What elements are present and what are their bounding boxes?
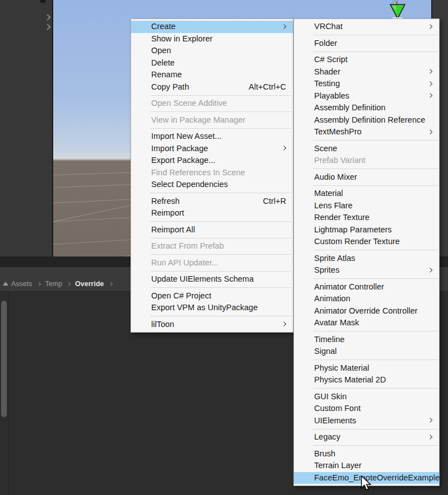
menu-item-label: C# Script (314, 55, 348, 64)
menu-item-label: Reimport All (151, 225, 195, 234)
breadcrumb-item-assets[interactable]: Assets (11, 280, 32, 288)
menu-item-label: Lightmap Parameters (314, 225, 392, 234)
menu-item-lightmap-parameters[interactable]: Lightmap Parameters (294, 224, 439, 236)
chevron-right-icon (282, 24, 286, 29)
chevron-right-icon (428, 268, 432, 272)
menu-item-textmeshpro[interactable]: TextMeshPro (294, 126, 439, 138)
menu-separator (313, 35, 438, 35)
menu-item-find-references-in-scene: Find References In Scene (131, 167, 293, 179)
menu-item-legacy[interactable]: Legacy (294, 431, 439, 443)
menu-separator (150, 95, 292, 96)
menu-item-sprites[interactable]: Sprites (294, 264, 439, 277)
menu-item-reimport[interactable]: Reimport (131, 207, 293, 220)
menu-item-label: Export VPM as UnityPackage (151, 303, 258, 312)
breadcrumb: AssetsTempOverride (11, 278, 112, 290)
menu-item-animator-override-controller[interactable]: Animator Override Controller (294, 305, 439, 317)
menu-item-timeline[interactable]: Timeline (294, 334, 439, 346)
foldout-chevron-icon[interactable] (44, 24, 50, 30)
menu-item-label: Import Package (151, 144, 208, 153)
menu-item-label: UIElements (314, 416, 356, 425)
menu-item-testing[interactable]: Testing (294, 78, 439, 90)
menu-item-c-script[interactable]: C# Script (294, 54, 439, 66)
menu-item-import-package[interactable]: Import Package (131, 143, 293, 155)
menu-item-label: Signal (314, 347, 337, 356)
menu-item-material[interactable]: Material (294, 188, 439, 200)
menu-item-custom-font[interactable]: Custom Font (294, 403, 439, 415)
menu-item-label: Prefab Variant (314, 156, 366, 165)
menu-item-label: Select Dependencies (151, 180, 228, 189)
menu-item-animator-controller[interactable]: Animator Controller (294, 281, 439, 293)
menu-item-open-c-project[interactable]: Open C# Project (131, 290, 293, 302)
menu-item-animation[interactable]: Animation (294, 293, 439, 305)
menu-separator (150, 238, 292, 239)
menu-item-label: Sprite Atlas (314, 254, 355, 263)
menu-item-label: Legacy (314, 432, 340, 441)
breadcrumb-item-override[interactable]: Override (75, 280, 104, 288)
menu-item-delete[interactable]: Delete (131, 57, 293, 69)
menu-item-export-vpm-as-unitypackage[interactable]: Export VPM as UnityPackage (131, 302, 293, 314)
chevron-right-icon (282, 322, 286, 326)
menu-item-playables[interactable]: Playables (294, 90, 439, 102)
menu-item-export-package[interactable]: Export Package... (131, 155, 293, 167)
context-menu: CreateShow in ExplorerOpenDeleteRenameCo… (130, 18, 293, 333)
menu-item-audio-mixer[interactable]: Audio Mixer (294, 171, 439, 184)
chevron-right-icon (428, 69, 432, 74)
menu-item-select-dependencies[interactable]: Select Dependencies (131, 179, 293, 191)
menu-item-label: Timeline (314, 335, 344, 344)
menu-item-refresh[interactable]: RefreshCtrl+R (131, 195, 293, 208)
menu-item-gui-skin[interactable]: GUI Skin (294, 391, 439, 403)
menu-item-shader[interactable]: Shader (294, 66, 439, 78)
menu-item-folder[interactable]: Folder (294, 38, 439, 50)
menu-item-open[interactable]: Open (131, 45, 293, 57)
menu-item-assembly-definition[interactable]: Assembly Definition (294, 102, 439, 114)
menu-separator (313, 445, 438, 446)
menu-item-vrchat[interactable]: VRChat (294, 21, 439, 33)
menu-separator (150, 287, 292, 288)
menu-separator (313, 169, 438, 169)
scrollbar-thumb[interactable] (1, 301, 7, 417)
collapse-triangle-icon[interactable] (3, 282, 8, 286)
menu-item-import-new-asset[interactable]: Import New Asset... (131, 130, 293, 143)
menu-item-avatar-mask[interactable]: Avatar Mask (294, 317, 439, 329)
menu-item-update-uielements-schema[interactable]: Update UIElements Schema (131, 273, 293, 286)
menu-item-label: FaceEmo_EmoteOverrideExample (314, 473, 440, 482)
menu-item-label: Copy Path (151, 82, 189, 91)
menu-item-signal[interactable]: Signal (294, 345, 439, 358)
menu-item-rename[interactable]: Rename (131, 69, 293, 81)
menu-item-custom-render-texture[interactable]: Custom Render Texture (294, 236, 439, 248)
scrollbar-fragment (40, 0, 45, 3)
menu-item-physics-material-2d[interactable]: Physics Material 2D (294, 374, 439, 386)
menu-separator (313, 52, 438, 52)
menu-item-label: TextMeshPro (314, 127, 362, 136)
menu-separator (150, 193, 292, 193)
menu-item-label: Testing (314, 79, 340, 88)
menu-item-label: Material (314, 189, 343, 198)
foldout-chevron-icon[interactable] (44, 14, 50, 20)
menu-item-scene[interactable]: Scene (294, 143, 439, 155)
menu-item-create[interactable]: Create (131, 21, 293, 33)
menu-item-uielements[interactable]: UIElements (294, 415, 439, 427)
menu-item-show-in-explorer[interactable]: Show in Explorer (131, 33, 293, 45)
menu-item-terrain-layer[interactable]: Terrain Layer (294, 460, 439, 472)
menu-item-lens-flare[interactable]: Lens Flare (294, 200, 439, 212)
menu-item-physic-material[interactable]: Physic Material (294, 362, 439, 375)
menu-item-label: Create (151, 22, 176, 31)
menu-item-label: Terrain Layer (314, 461, 362, 470)
menu-item-reimport-all[interactable]: Reimport All (131, 224, 293, 236)
menu-item-label: Open C# Project (151, 291, 211, 300)
menu-item-copy-path[interactable]: Copy PathAlt+Ctrl+C (131, 81, 293, 94)
menu-item-label: Animation (314, 294, 350, 303)
menu-item-render-texture[interactable]: Render Texture (294, 212, 439, 224)
mouse-cursor-icon (361, 475, 371, 493)
menu-item-brush[interactable]: Brush (294, 448, 439, 460)
menu-separator (150, 221, 292, 222)
menu-item-sprite-atlas[interactable]: Sprite Atlas (294, 253, 439, 265)
menu-item-label: Lens Flare (314, 201, 353, 210)
menu-item-label: View in Package Manager (151, 115, 245, 124)
menu-item-liltoon[interactable]: lilToon (131, 319, 293, 331)
menu-separator (313, 429, 438, 429)
breadcrumb-item-temp[interactable]: Temp (45, 280, 63, 288)
menu-item-assembly-definition-reference[interactable]: Assembly Definition Reference (294, 114, 439, 127)
menu-item-label: Render Texture (314, 213, 370, 222)
menu-separator (313, 388, 438, 389)
